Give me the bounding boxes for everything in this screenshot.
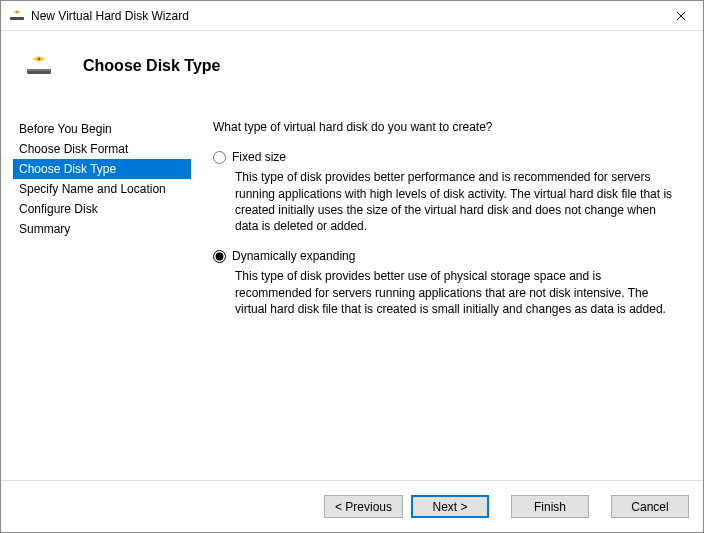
- step-summary[interactable]: Summary: [13, 219, 191, 239]
- step-before-you-begin[interactable]: Before You Begin: [13, 119, 191, 139]
- step-choose-disk-format[interactable]: Choose Disk Format: [13, 139, 191, 159]
- previous-button[interactable]: < Previous: [324, 495, 403, 518]
- radio-dynamic[interactable]: [213, 250, 226, 263]
- window-title: New Virtual Hard Disk Wizard: [31, 9, 658, 23]
- wizard-icon: [25, 52, 53, 80]
- option-fixed-size: Fixed size This type of disk provides be…: [213, 149, 681, 234]
- option-dynamic: Dynamically expanding This type of disk …: [213, 248, 681, 317]
- titlebar: New Virtual Hard Disk Wizard: [1, 1, 703, 31]
- desc-fixed-size: This type of disk provides better perfor…: [235, 169, 681, 234]
- svg-rect-3: [27, 69, 51, 71]
- footer: < Previous Next > Finish Cancel: [1, 480, 703, 532]
- step-specify-name-location[interactable]: Specify Name and Location: [13, 179, 191, 199]
- prompt-text: What type of virtual hard disk do you wa…: [213, 119, 681, 135]
- page-heading: Choose Disk Type: [83, 57, 221, 75]
- radio-fixed-size[interactable]: [213, 151, 226, 164]
- finish-button[interactable]: Finish: [511, 495, 589, 518]
- header: Choose Disk Type: [1, 31, 703, 101]
- svg-point-1: [16, 11, 18, 13]
- step-configure-disk[interactable]: Configure Disk: [13, 199, 191, 219]
- label-fixed-size[interactable]: Fixed size: [232, 149, 286, 165]
- sidebar: Before You Begin Choose Disk Format Choo…: [13, 101, 191, 480]
- svg-rect-0: [10, 17, 24, 20]
- label-dynamic[interactable]: Dynamically expanding: [232, 248, 355, 264]
- app-icon: [9, 8, 25, 24]
- content: What type of virtual hard disk do you wa…: [191, 101, 691, 480]
- close-button[interactable]: [658, 1, 703, 31]
- body: Before You Begin Choose Disk Format Choo…: [1, 101, 703, 480]
- step-choose-disk-type[interactable]: Choose Disk Type: [13, 159, 191, 179]
- cancel-button[interactable]: Cancel: [611, 495, 689, 518]
- next-button[interactable]: Next >: [411, 495, 489, 518]
- desc-dynamic: This type of disk provides better use of…: [235, 268, 681, 317]
- svg-point-4: [38, 58, 41, 61]
- wizard-window: New Virtual Hard Disk Wizard Choose Disk…: [0, 0, 704, 533]
